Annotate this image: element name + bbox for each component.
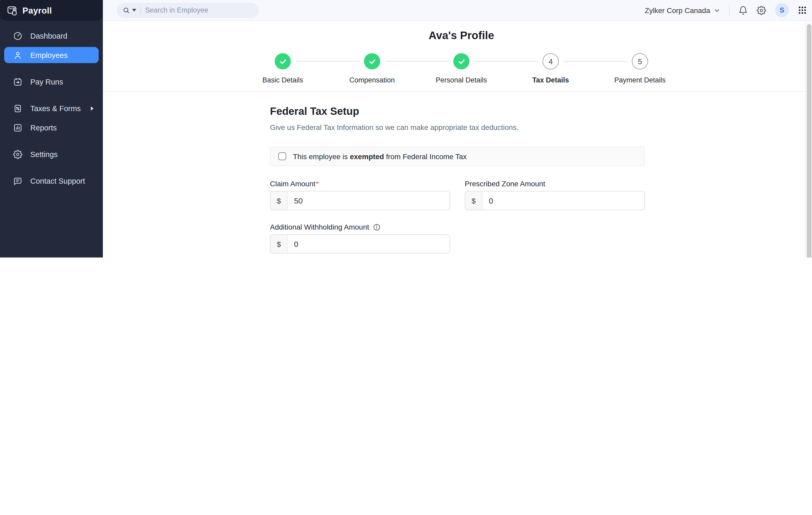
federal-prescribed-zone-field: Prescribed Zone Amount $ (465, 180, 645, 210)
app-title: Payroll (23, 5, 52, 16)
federal-exempt-checkbox[interactable] (278, 152, 286, 160)
amount-input-group: $ (270, 234, 450, 253)
sidebar-item-label: Pay Runs (30, 78, 63, 86)
tax-details-form: Federal Tax Setup Give us Federal Tax In… (103, 105, 645, 258)
step-number-circle: 4 (543, 53, 559, 69)
step-payment-details[interactable]: 5 Payment Details (595, 53, 685, 84)
search-input[interactable] (145, 6, 253, 14)
profile-header: Ava's Profile Basic Details Compensation (103, 21, 812, 92)
federal-prescribed-zone-input[interactable] (483, 191, 644, 210)
org-switcher[interactable]: Zylker Corp Canada (645, 6, 720, 14)
step-personal-details[interactable]: Personal Details (417, 53, 506, 84)
topbar-right: Zylker Corp Canada S (645, 3, 807, 17)
apps-menu-button[interactable] (798, 6, 807, 14)
amount-input-group: $ (270, 191, 450, 210)
notifications-button[interactable] (738, 5, 748, 15)
sidebar-nav: Dashboard Employees Pay Runs (0, 21, 103, 189)
global-search (117, 3, 259, 18)
step-basic-details[interactable]: Basic Details (238, 53, 327, 84)
check-icon (368, 57, 376, 65)
search-scope-dropdown[interactable] (123, 6, 136, 14)
federal-exempt-label: This employee is exempted from Federal I… (293, 152, 467, 160)
sidebar-item-label: Employees (30, 51, 68, 59)
step-tax-details[interactable]: 4 Tax Details (506, 53, 595, 84)
sidebar-item-label: Settings (30, 150, 58, 158)
step-label: Compensation (349, 76, 395, 84)
field-label: Claim Amount* (270, 180, 450, 188)
sidebar-item-taxes-forms[interactable]: Taxes & Forms (4, 100, 99, 116)
federal-section-description: Give us Federal Tax Information so we ca… (270, 123, 645, 131)
search-icon (123, 6, 130, 14)
payroll-app: Payroll Dashboard Employees (0, 0, 812, 258)
field-label: Prescribed Zone Amount (465, 180, 645, 188)
federal-claim-amount-input[interactable] (288, 191, 450, 210)
sidebar-item-employees[interactable]: Employees (4, 47, 99, 63)
topbar-divider (729, 4, 729, 16)
federal-withholding-row: Additional Withholding Amount $ (270, 223, 645, 253)
taxes-forms-icon (13, 103, 23, 113)
step-done-circle (364, 53, 380, 69)
sidebar-item-label: Contact Support (30, 177, 85, 185)
federal-exempt-row: This employee is exempted from Federal I… (270, 147, 645, 166)
chat-bubble-icon (13, 176, 23, 185)
sidebar-item-contact-support[interactable]: Contact Support (4, 173, 99, 189)
field-label: Additional Withholding Amount (270, 223, 450, 231)
info-icon[interactable] (373, 223, 381, 231)
apps-grid-icon (798, 6, 807, 14)
step-label: Basic Details (262, 76, 303, 84)
payroll-logo-icon (7, 5, 18, 16)
federal-claim-amount-field: Claim Amount* $ (270, 180, 450, 210)
step-done-circle (453, 53, 469, 69)
gear-icon (757, 5, 766, 15)
federal-amount-row: Claim Amount* $ Prescribed Zone Amount $ (270, 180, 645, 210)
org-name: Zylker Corp Canada (645, 6, 710, 14)
sidebar-item-settings[interactable]: Settings (4, 146, 99, 162)
pay-runs-icon (13, 77, 23, 86)
chevron-right-icon (91, 106, 93, 110)
currency-prefix: $ (270, 235, 288, 253)
main-content: Ava's Profile Basic Details Compensation (103, 21, 812, 258)
sidebar-item-dashboard[interactable]: Dashboard (4, 28, 99, 44)
currency-prefix: $ (270, 191, 288, 210)
dashboard-icon (13, 31, 23, 40)
sidebar-item-label: Reports (30, 123, 57, 132)
scrollbar-thumb[interactable] (807, 24, 811, 258)
caret-down-icon (132, 9, 136, 11)
topbar: Zylker Corp Canada S (103, 0, 812, 21)
settings-button[interactable] (757, 5, 766, 15)
chevron-down-icon (714, 7, 720, 13)
reports-icon (13, 123, 23, 132)
required-asterisk: * (316, 180, 319, 188)
bell-icon (738, 5, 748, 15)
step-compensation[interactable]: Compensation (327, 53, 417, 84)
step-label: Tax Details (532, 76, 569, 84)
step-number-circle: 5 (632, 53, 648, 69)
sidebar-item-label: Taxes & Forms (30, 104, 81, 113)
federal-additional-withholding-input[interactable] (288, 235, 450, 253)
federal-additional-withholding-field: Additional Withholding Amount $ (270, 223, 450, 253)
wizard-stepper: Basic Details Compensation Personal Deta… (238, 53, 685, 84)
sidebar-item-label: Dashboard (30, 32, 67, 40)
step-done-circle (275, 53, 291, 69)
federal-section-heading: Federal Tax Setup (270, 105, 645, 117)
step-label: Personal Details (436, 76, 487, 84)
page-title: Ava's Profile (238, 29, 685, 42)
sidebar: Payroll Dashboard Employees (0, 0, 103, 258)
check-icon (457, 57, 466, 65)
amount-input-group: $ (465, 191, 645, 210)
check-icon (279, 57, 287, 65)
vertical-scrollbar[interactable] (805, 21, 812, 258)
user-avatar[interactable]: S (775, 3, 789, 17)
step-label: Payment Details (614, 76, 666, 84)
sidebar-item-pay-runs[interactable]: Pay Runs (4, 73, 99, 90)
search-divider (141, 6, 141, 14)
app-logo-header[interactable]: Payroll (0, 0, 103, 21)
settings-gear-icon (13, 150, 23, 159)
employees-icon (13, 50, 23, 60)
sidebar-item-reports[interactable]: Reports (4, 120, 99, 136)
currency-prefix: $ (465, 191, 483, 210)
